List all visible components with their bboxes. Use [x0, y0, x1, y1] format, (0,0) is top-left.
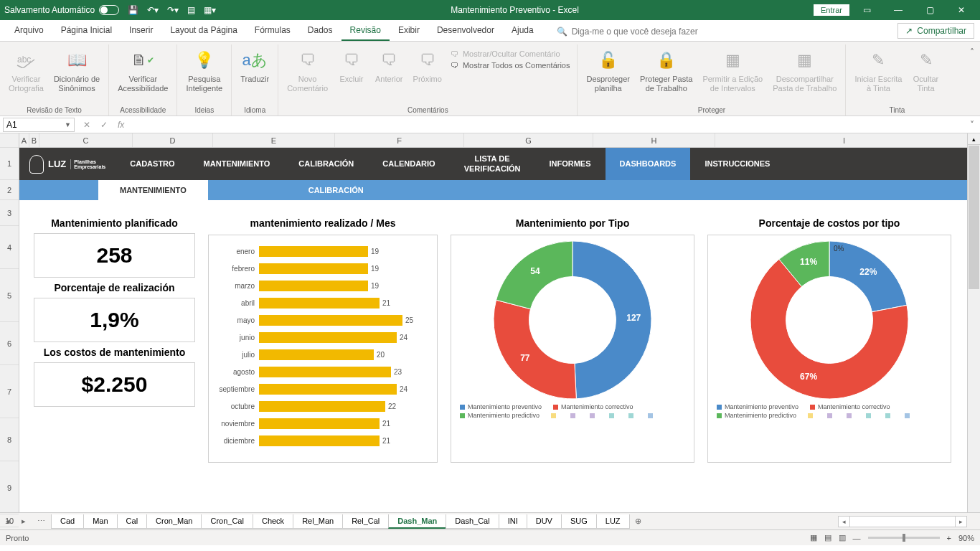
row-header[interactable]: 8: [0, 418, 19, 461]
horizontal-scrollbar[interactable]: ◂ ▸: [838, 516, 967, 527]
nav-cadastro[interactable]: CADASTRO: [116, 148, 189, 180]
column-headers[interactable]: ABCDEFGHI: [19, 133, 980, 148]
zoom-slider[interactable]: [868, 537, 940, 539]
protect-workbook-button[interactable]: 🔒Proteger Pasta de Trabalho: [636, 44, 697, 103]
row-header[interactable]: 5: [0, 269, 19, 322]
nav-calendario[interactable]: CALENDARIO: [368, 148, 449, 180]
view-layout-icon[interactable]: ▤: [824, 533, 831, 542]
save-icon[interactable]: 💾: [128, 5, 138, 15]
ribbon-options-icon[interactable]: ▭: [852, 5, 881, 15]
scroll-left-icon[interactable]: ◂: [839, 517, 850, 527]
view-normal-icon[interactable]: ▦: [810, 533, 817, 542]
zoom-out-icon[interactable]: —: [853, 534, 861, 542]
subtab-calibración[interactable]: CALIBRACIÓN: [287, 180, 385, 200]
maximize-icon[interactable]: ▢: [915, 5, 944, 15]
sheet-tab-check[interactable]: Check: [253, 514, 293, 529]
row-header[interactable]: 6: [0, 322, 19, 365]
menu-tab-página-inicial[interactable]: Página Inicial: [52, 21, 121, 41]
chevron-down-icon[interactable]: ▼: [65, 121, 71, 128]
sheet-tab-ini[interactable]: INI: [499, 514, 527, 529]
row-headers[interactable]: 12345678910: [0, 133, 19, 512]
translate-button[interactable]: aあTraduzir: [236, 44, 273, 103]
share-button[interactable]: ↗ Compartilhar: [897, 23, 974, 39]
menu-tab-revisão[interactable]: Revisão: [341, 21, 390, 41]
minimize-icon[interactable]: —: [884, 5, 913, 15]
col-header[interactable]: G: [464, 133, 593, 147]
spellcheck-button[interactable]: abcVerificar Ortografia: [4, 44, 48, 103]
row-header[interactable]: [0, 133, 19, 148]
accessibility-button[interactable]: 🗎✔Verificar Acessibilidade: [113, 44, 172, 103]
menu-tab-desenvolvedor[interactable]: Desenvolvedor: [428, 21, 503, 41]
nav-informes[interactable]: INFORMES: [534, 148, 605, 180]
menu-tab-fórmulas[interactable]: Fórmulas: [246, 21, 299, 41]
sheet-tab-dash_man[interactable]: Dash_Man: [388, 514, 446, 529]
undo-icon[interactable]: ↶▾: [147, 5, 159, 15]
menu-tab-arquivo[interactable]: Arquivo: [6, 21, 52, 41]
zoom-in-icon[interactable]: +: [947, 534, 951, 542]
sheet-nav-more-icon[interactable]: ⋯: [32, 517, 51, 526]
row-header[interactable]: 3: [0, 200, 19, 226]
enter-formula-icon[interactable]: ✓: [100, 120, 108, 130]
zoom-level[interactable]: 90%: [958, 534, 974, 542]
fx-icon[interactable]: fx: [118, 120, 124, 130]
subtab-mantenimiento[interactable]: MANTENIMIENTO: [98, 180, 208, 200]
view-pagebreak-icon[interactable]: ▥: [839, 533, 846, 542]
col-header[interactable]: A: [19, 133, 29, 147]
cancel-formula-icon[interactable]: ✕: [83, 120, 90, 130]
qat-icon-2[interactable]: ▦▾: [204, 5, 216, 15]
close-icon[interactable]: ✕: [947, 5, 976, 15]
sheet-tab-cad[interactable]: Cad: [51, 514, 84, 529]
menu-tab-inserir[interactable]: Inserir: [121, 21, 161, 41]
show-all-comments[interactable]: 🗨Mostrar Todos os Comentários: [448, 60, 573, 70]
col-header[interactable]: F: [335, 133, 464, 147]
row-header[interactable]: 7: [0, 365, 19, 418]
qat-icon-1[interactable]: ▤: [187, 5, 195, 15]
tell-me[interactable]: 🔍 Diga-me o que você deseja fazer: [557, 22, 698, 41]
smart-lookup-button[interactable]: 💡Pesquisa Inteligente: [182, 44, 227, 103]
col-header[interactable]: E: [213, 133, 335, 147]
sheet-tab-cron_man[interactable]: Cron_Man: [146, 514, 202, 529]
col-header[interactable]: I: [715, 133, 974, 147]
col-header[interactable]: D: [133, 133, 213, 147]
nav-mantenimiento[interactable]: MANTENIMIENTO: [189, 148, 285, 180]
sheet-tab-luz[interactable]: LUZ: [596, 514, 630, 529]
row-header[interactable]: 9: [0, 461, 19, 514]
sheet-tab-sug[interactable]: SUG: [561, 514, 597, 529]
sheet-nav-prev-icon[interactable]: ◂: [0, 517, 16, 526]
sheet-tab-cal[interactable]: Cal: [117, 514, 148, 529]
expand-formula-icon[interactable]: ˅: [964, 120, 980, 130]
autosave-toggle[interactable]: [99, 5, 119, 15]
row-header[interactable]: 2: [0, 180, 19, 200]
menu-tab-exibir[interactable]: Exibir: [390, 21, 428, 41]
nav-lista de[interactable]: LISTA DE VERIFICACIÓN: [450, 148, 535, 180]
sheet-tab-duv[interactable]: DUV: [527, 514, 562, 529]
menu-tab-ajuda[interactable]: Ajuda: [503, 21, 542, 41]
scroll-right-icon[interactable]: ▸: [955, 517, 966, 527]
menu-tab-layout-da-página[interactable]: Layout da Página: [161, 21, 245, 41]
signin-button[interactable]: Entrar: [814, 4, 849, 16]
nav-instrucciones[interactable]: INSTRUCCIONES: [690, 148, 784, 180]
thesaurus-button[interactable]: 📖Dicionário de Sinônimos: [50, 44, 104, 103]
vertical-scrollbar[interactable]: ▴: [967, 133, 980, 512]
sheet-tab-man[interactable]: Man: [83, 514, 117, 529]
name-box[interactable]: A1▼: [3, 118, 75, 132]
sheet-tab-cron_cal[interactable]: Cron_Cal: [201, 514, 253, 529]
scroll-up-icon[interactable]: ▴: [968, 133, 980, 145]
sheet-tab-rel_man[interactable]: Rel_Man: [293, 514, 343, 529]
collapse-ribbon-icon[interactable]: ˄: [964, 44, 980, 116]
scroll-thumb[interactable]: [969, 146, 979, 289]
sheet-tab-rel_cal[interactable]: Rel_Cal: [342, 514, 389, 529]
nav-dashboards[interactable]: DASHBOARDS: [606, 148, 691, 180]
menu-tab-dados[interactable]: Dados: [299, 21, 341, 41]
formula-input[interactable]: [131, 118, 964, 132]
col-header[interactable]: H: [593, 133, 715, 147]
col-header[interactable]: C: [39, 133, 133, 147]
nav-calibración[interactable]: CALIBRACIÓN: [284, 148, 368, 180]
col-header[interactable]: B: [29, 133, 39, 147]
unprotect-sheet-button[interactable]: 🔓Desproteger planilha: [582, 44, 634, 103]
sheet-tab-dash_cal[interactable]: Dash_Cal: [446, 514, 499, 529]
row-header[interactable]: 4: [0, 226, 19, 269]
new-sheet-icon[interactable]: ⊕: [629, 517, 647, 526]
sheet-nav-next-icon[interactable]: ▸: [16, 517, 32, 526]
redo-icon[interactable]: ↷▾: [167, 5, 179, 15]
